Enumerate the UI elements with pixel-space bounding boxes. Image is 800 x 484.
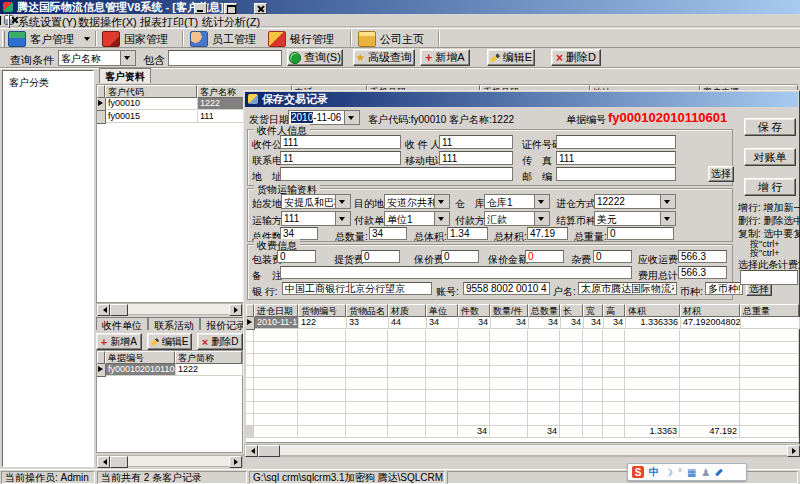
address-input[interactable] [280,167,513,181]
insured-amount-input[interactable] [525,250,564,263]
scroll-right-button[interactable] [787,445,800,457]
search-input[interactable] [168,50,282,66]
scrollbar-track[interactable] [280,445,787,455]
scrollbar-track[interactable] [128,304,229,314]
tab-customer-info[interactable]: 客户资料 [99,68,151,83]
customer-code-cell[interactable]: fy00015 [106,111,198,123]
tab-receiver-units[interactable]: 收件单位 [96,317,148,330]
save-button[interactable]: 保 存 [744,118,796,136]
table-row[interactable]: fy000102010110601 1222 [97,364,242,377]
cubage-input[interactable] [527,227,568,240]
dest-combobox[interactable]: 安道尔共和国 [384,194,450,209]
chevron-down-icon[interactable] [344,111,359,124]
chevron-down-icon[interactable] [120,51,135,65]
pickup-fee-input[interactable] [361,250,400,263]
id-input[interactable] [556,135,676,149]
settle-currency-combobox[interactable]: 美元 [594,211,676,226]
scrollbar-track[interactable] [128,456,229,466]
scroll-left-button[interactable] [97,456,110,468]
warehouse-combobox[interactable]: 仓库1 [484,194,550,209]
select-receiver-button[interactable]: 选择 [708,166,734,182]
query-field-combobox[interactable]: 客户名称 [58,50,136,66]
company-input[interactable] [280,135,401,149]
close-button[interactable] [254,3,267,14]
cell[interactable]: 34 [529,317,561,329]
cell[interactable]: 34 [459,317,491,329]
tree-item-customer-category[interactable]: 客户分类 [3,71,93,90]
freight-input[interactable] [678,250,727,263]
scrollbar-thumb[interactable] [110,456,128,468]
cell[interactable]: 1.336336 [626,317,681,329]
delete-customer-button[interactable]: × 删除D [551,49,601,66]
cell[interactable]: 34 [491,317,529,329]
cell[interactable] [741,317,800,329]
add-customer-button[interactable]: + 新增A [420,49,470,66]
total-fee-input[interactable] [678,266,727,279]
fax-input[interactable] [556,151,676,165]
statement-button[interactable]: 对账单 [744,148,796,166]
toolbar-button-countries[interactable]: 国家管理 [102,30,168,48]
chevron-down-icon[interactable] [660,212,675,225]
cell[interactable]: 2010-11-17 [255,317,299,329]
mobile-input[interactable] [439,151,513,165]
add-row-button[interactable]: 增 行 [744,178,796,196]
ime-wrench-icon[interactable] [716,468,724,476]
add-record-button[interactable]: + 新增A [96,333,142,350]
grid-row[interactable]: 2010-11-17 122 33 44 34 34 34 34 34 34 3… [246,317,799,330]
scroll-right-button[interactable] [229,456,242,468]
chevron-down-icon[interactable] [434,212,449,225]
misc-fee-input[interactable] [593,250,632,263]
cell[interactable]: 47.1920048027687 [681,317,741,329]
chevron-down-icon[interactable] [335,212,350,225]
bank-currency-input[interactable] [705,282,743,295]
tab-contact-activity[interactable]: 联系活动 [148,317,200,330]
paymode-combobox[interactable]: 汇款 [484,211,550,226]
cell[interactable]: 34 [561,317,584,329]
chevron-down-icon[interactable] [534,195,549,208]
chevron-down-icon[interactable] [335,195,350,208]
chevron-down-icon[interactable] [660,195,675,208]
ship-date-picker[interactable]: 2010-11-06 [288,110,360,125]
ime-keyboard-icon[interactable]: ▦ [687,467,696,478]
chevron-down-icon[interactable] [434,195,449,208]
volume-input[interactable] [447,227,488,240]
zip-input[interactable] [556,167,676,181]
grid-hscrollbar[interactable] [244,444,800,456]
cell[interactable]: 34 [584,317,604,329]
scrollbar-thumb[interactable] [110,304,128,316]
customer-code-cell[interactable]: fy00010 [106,98,198,110]
cell[interactable]: 44 [389,317,427,329]
chevron-down-icon[interactable] [534,212,549,225]
cell[interactable]: 34 [427,317,459,329]
payer-combobox[interactable]: 单位1 [384,211,450,226]
transmode-combobox[interactable]: 111 [281,211,351,226]
toolbar-button-customers[interactable]: 客户管理 [8,30,74,48]
toolbar-button-employees[interactable]: 员工管理 [190,30,256,48]
restore-button[interactable] [224,3,237,14]
packing-fee-input[interactable] [277,250,316,263]
ime-lang-icon[interactable]: 中 [649,465,659,479]
search-button[interactable]: 查询(S) [287,49,343,66]
toolbar-button-homepage[interactable]: 公司主页 [358,30,424,48]
edit-record-button[interactable]: 编辑E [147,333,193,350]
customer-table-hscrollbar[interactable] [96,303,243,315]
remark-input[interactable] [280,266,632,279]
minimize-button[interactable] [194,3,207,14]
insurance-fee-input[interactable] [441,250,479,263]
tab-quote-records[interactable]: 报价记录 [200,317,243,330]
ime-punct-icon[interactable]: ° [678,467,682,478]
qty-input[interactable] [369,227,407,240]
ime-logo-icon[interactable]: S [632,466,644,478]
delete-record-button[interactable]: × 删除D [197,333,243,350]
toolbar-button-banks[interactable]: 银行管理 [268,30,334,48]
child-close-button[interactable] [8,14,10,28]
weight-input[interactable] [607,227,674,240]
transaction-table-hscrollbar[interactable] [96,455,243,467]
inbound-combobox[interactable]: 12222 [594,194,676,209]
cell[interactable]: 122 [299,317,347,329]
cell[interactable]: 34 [604,317,626,329]
edit-customer-button[interactable]: 编辑E [487,49,535,66]
cell[interactable]: 33 [347,317,389,329]
chevron-down-icon[interactable] [84,37,90,44]
advanced-search-button[interactable]: ★ 高级查询 [353,49,415,66]
